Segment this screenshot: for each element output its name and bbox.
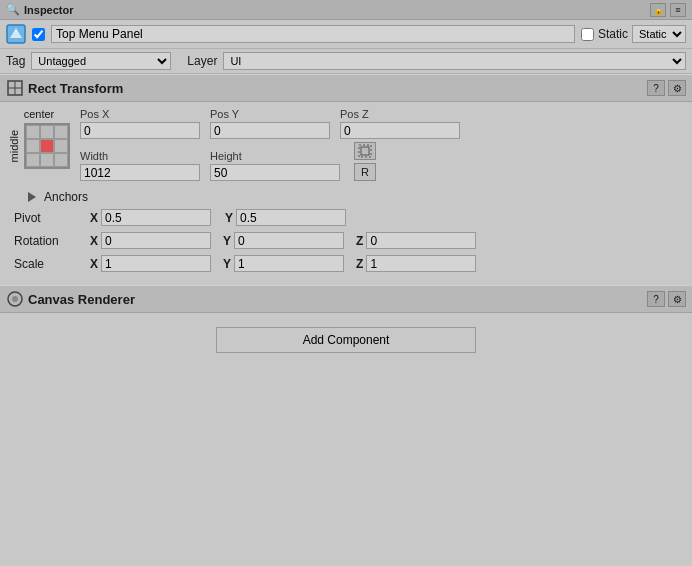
rotation-x-axis: X <box>90 234 98 248</box>
grid-cell-8[interactable] <box>54 153 68 167</box>
scale-z-group: Z <box>356 255 476 272</box>
title-bar: 🔍 Inspector 🔒 ≡ <box>0 0 692 20</box>
alignment-grid[interactable] <box>24 123 70 169</box>
canvas-section-controls: ? ⚙ <box>647 291 686 307</box>
center-label: center <box>24 108 55 120</box>
pos-x-input[interactable] <box>80 122 200 139</box>
rotation-z-group: Z <box>356 232 476 249</box>
rotation-y-axis: Y <box>223 234 231 248</box>
pos-x-label: Pos X <box>80 108 200 120</box>
pivot-x-group: X <box>90 209 211 226</box>
r-button[interactable]: R <box>354 163 376 181</box>
rotation-label: Rotation <box>14 234 84 248</box>
canvas-settings-btn[interactable]: ⚙ <box>668 291 686 307</box>
canvas-help-btn[interactable]: ? <box>647 291 665 307</box>
pivot-x-axis: X <box>90 211 98 225</box>
middle-label: middle <box>8 130 20 162</box>
height-label: Height <box>210 150 340 162</box>
rect-transform-header: Rect Transform ? ⚙ <box>0 74 692 102</box>
rotation-x-input[interactable] <box>101 232 211 249</box>
tag-select[interactable]: Untagged <box>31 52 171 70</box>
rotation-x-group: X <box>90 232 211 249</box>
layer-select[interactable]: UI <box>223 52 686 70</box>
scale-z-input[interactable] <box>366 255 476 272</box>
anchors-triangle-icon <box>28 192 36 202</box>
scale-x-group: X <box>90 255 211 272</box>
menu-btn[interactable]: ≡ <box>670 3 686 17</box>
align-wrapper: center middle <box>8 108 70 169</box>
pivot-y-group: Y <box>225 209 346 226</box>
pos-labels-row: Pos X Pos Y Pos Z <box>80 108 684 139</box>
help-btn[interactable]: ? <box>647 80 665 96</box>
blueprint-btn[interactable] <box>354 142 376 160</box>
pos-z-input[interactable] <box>340 122 460 139</box>
pos-y-label: Pos Y <box>210 108 330 120</box>
lock-btn[interactable]: 🔒 <box>650 3 666 17</box>
scale-x-axis: X <box>90 257 98 271</box>
canvas-renderer-header: Canvas Renderer ? ⚙ <box>0 285 692 313</box>
scale-x-input[interactable] <box>101 255 211 272</box>
scale-y-input[interactable] <box>234 255 344 272</box>
scale-label: Scale <box>14 257 84 271</box>
width-label: Width <box>80 150 200 162</box>
layer-label: Layer <box>187 54 217 68</box>
anchors-row[interactable]: Anchors <box>8 188 684 206</box>
scale-row: Scale X Y Z <box>8 252 684 275</box>
active-checkbox[interactable] <box>32 28 45 41</box>
tag-layer-row: Tag Untagged Layer UI <box>0 49 692 74</box>
rotation-z-axis: Z <box>356 234 363 248</box>
grid-cell-3[interactable] <box>26 139 40 153</box>
title-bar-text: Inspector <box>24 4 74 16</box>
static-dropdown[interactable]: Static <box>632 25 686 43</box>
canvas-renderer-title: Canvas Renderer <box>28 292 647 307</box>
svg-rect-6 <box>361 147 369 155</box>
static-checkbox[interactable] <box>581 28 594 41</box>
static-label: Static <box>598 27 628 41</box>
right-controls: R <box>354 142 376 181</box>
canvas-renderer-icon <box>6 290 24 308</box>
pivot-y-input[interactable] <box>236 209 346 226</box>
grid-cell-7[interactable] <box>40 153 54 167</box>
add-component-button[interactable]: Add Component <box>216 327 476 353</box>
gameobject-name-input[interactable] <box>51 25 575 43</box>
title-bar-controls: 🔒 ≡ <box>650 3 686 17</box>
scale-z-axis: Z <box>356 257 363 271</box>
fields-area: Pos X Pos Y Pos Z Width <box>80 108 684 184</box>
grid-cell-1[interactable] <box>40 125 54 139</box>
grid-cell-0[interactable] <box>26 125 40 139</box>
middle-side: middle <box>8 123 70 169</box>
pivot-x-input[interactable] <box>101 209 211 226</box>
add-component-area: Add Component <box>0 313 692 367</box>
grid-cell-2[interactable] <box>54 125 68 139</box>
grid-cell-6[interactable] <box>26 153 40 167</box>
grid-cell-4[interactable] <box>40 139 54 153</box>
active-checkbox-label[interactable] <box>32 28 45 41</box>
pos-z-label: Pos Z <box>340 108 460 120</box>
rotation-y-group: Y <box>223 232 344 249</box>
settings-btn[interactable]: ⚙ <box>668 80 686 96</box>
grid-cell-5[interactable] <box>54 139 68 153</box>
wh-row: Width Height R <box>80 142 684 181</box>
height-input[interactable] <box>210 164 340 181</box>
pos-y-input[interactable] <box>210 122 330 139</box>
static-group: Static Static <box>581 25 686 43</box>
anchors-label: Anchors <box>44 190 88 204</box>
svg-point-8 <box>12 296 18 302</box>
game-object-icon <box>6 24 26 44</box>
rect-transform-body: center middle <box>0 102 692 281</box>
tag-label: Tag <box>6 54 25 68</box>
pivot-y-axis: Y <box>225 211 233 225</box>
rect-transform-icon <box>6 79 24 97</box>
rotation-y-input[interactable] <box>234 232 344 249</box>
rect-transform-title: Rect Transform <box>28 81 647 96</box>
scale-y-group: Y <box>223 255 344 272</box>
pivot-row: Pivot X Y <box>8 206 684 229</box>
width-input[interactable] <box>80 164 200 181</box>
rotation-z-input[interactable] <box>366 232 476 249</box>
rotation-row: Rotation X Y Z <box>8 229 684 252</box>
section-controls: ? ⚙ <box>647 80 686 96</box>
scale-y-axis: Y <box>223 257 231 271</box>
top-row: Static Static <box>0 20 692 49</box>
inspector-icon: 🔍 <box>6 3 20 16</box>
pivot-label: Pivot <box>14 211 84 225</box>
